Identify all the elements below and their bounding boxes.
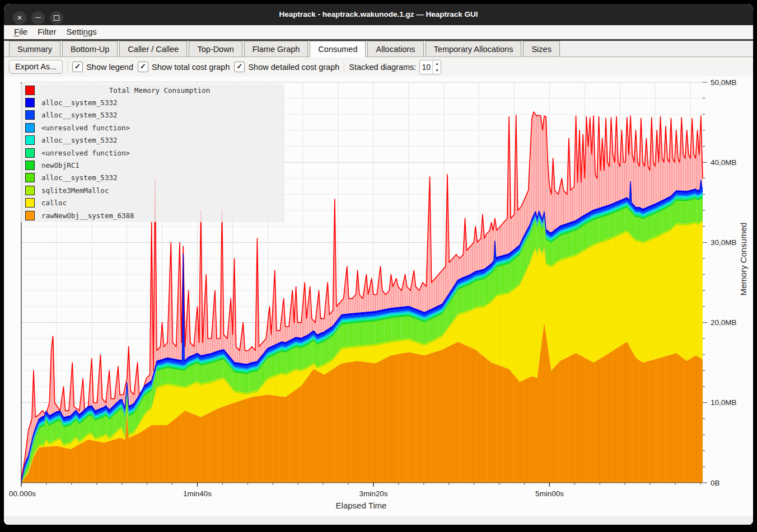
tab-top-down[interactable]: Top-Down bbox=[189, 41, 242, 57]
svg-text:0B: 0B bbox=[711, 479, 720, 487]
checkbox-show-total-cost-graph[interactable]: ✓Show total cost graph bbox=[138, 62, 230, 72]
legend-label: sqlite3MemMalloc bbox=[41, 186, 109, 195]
svg-text:50,0MB: 50,0MB bbox=[711, 78, 737, 87]
checkbox-box[interactable]: ✓ bbox=[138, 62, 148, 72]
tab-caller-callee[interactable]: Caller / Callee bbox=[119, 41, 187, 57]
legend-item: alloc__system_5332 bbox=[21, 172, 284, 184]
checkbox-show-detailed-cost-graph[interactable]: ✓Show detailed cost graph bbox=[234, 62, 339, 72]
chart-legend: Total Memory Consumptionalloc__system_53… bbox=[21, 84, 284, 222]
tab-flame-graph[interactable]: Flame Graph bbox=[244, 41, 309, 57]
tab-temporary-allocations[interactable]: Temporary Allocations bbox=[426, 41, 522, 57]
export-as-button[interactable]: Export As... bbox=[9, 60, 63, 74]
x-axis-title: Elapsed Time bbox=[4, 501, 718, 510]
legend-title-row: Total Memory Consumption bbox=[21, 84, 284, 96]
y-axis-title: Memory Consumed bbox=[739, 280, 748, 296]
legend-swatch-icon bbox=[25, 148, 35, 158]
svg-text:10,0MB: 10,0MB bbox=[711, 398, 737, 407]
legend-item: <unresolved function> bbox=[21, 147, 284, 159]
legend-swatch-icon bbox=[25, 110, 35, 120]
checkbox-box[interactable]: ✓ bbox=[234, 62, 245, 72]
spinner-down-icon[interactable]: ▼ bbox=[433, 67, 441, 74]
checkbox-label: Show legend bbox=[86, 63, 133, 72]
memory-consumption-chart[interactable]: 00.000s1min40s3min20s5min00s0B10,0MB20,0… bbox=[4, 77, 753, 516]
checkbox-box[interactable]: ✓ bbox=[72, 62, 83, 72]
svg-text:5min00s: 5min00s bbox=[535, 489, 564, 498]
heaptrack-window: ✕ Heaptrack - heaptrack.wakunode.1.gz — … bbox=[4, 4, 753, 525]
tab-summary[interactable]: Summary bbox=[9, 41, 60, 57]
legend-swatch-icon bbox=[25, 161, 35, 170]
legend-item: rawNewObj__system_6388 bbox=[21, 209, 284, 222]
spinner-up-icon[interactable]: ▲ bbox=[433, 60, 441, 67]
window-footer bbox=[4, 516, 753, 525]
legend-label: <unresolved function> bbox=[41, 124, 130, 132]
svg-text:1min40s: 1min40s bbox=[183, 489, 212, 498]
checkbox-label: Show detailed cost graph bbox=[248, 63, 339, 72]
checkbox-label: Show total cost graph bbox=[152, 63, 230, 72]
toolbar-separator bbox=[344, 61, 344, 73]
legend-item: alloc__system_5332 bbox=[21, 134, 284, 147]
svg-text:3min20s: 3min20s bbox=[359, 489, 387, 498]
tab-sizes[interactable]: Sizes bbox=[523, 41, 559, 57]
legend-label: <unresolved function> bbox=[41, 149, 130, 157]
tab-bar: SummaryBottom-UpCaller / CalleeTop-DownF… bbox=[4, 39, 753, 57]
menu-filter[interactable]: Filter bbox=[32, 25, 61, 39]
legend-label: alloc__system_5332 bbox=[41, 173, 117, 182]
tab-allocations[interactable]: Allocations bbox=[367, 41, 423, 57]
legend-swatch-icon bbox=[25, 173, 35, 182]
legend-label: alloc__system_5332 bbox=[41, 111, 117, 119]
legend-swatch-icon bbox=[25, 86, 35, 95]
menu-file[interactable]: File bbox=[9, 25, 32, 39]
svg-text:40,0MB: 40,0MB bbox=[711, 158, 737, 167]
menu-settings[interactable]: Settings bbox=[62, 25, 102, 39]
legend-swatch-icon bbox=[25, 198, 35, 208]
titlebar: ✕ Heaptrack - heaptrack.wakunode.1.gz — … bbox=[4, 4, 753, 25]
toolbar-separator bbox=[67, 61, 68, 73]
legend-label: newObjRC1 bbox=[41, 161, 80, 170]
legend-item: sqlite3MemMalloc bbox=[21, 184, 284, 196]
svg-text:00.000s: 00.000s bbox=[9, 489, 36, 498]
tab-bottom-up[interactable]: Bottom-Up bbox=[62, 41, 118, 57]
legend-item: calloc bbox=[21, 197, 284, 209]
legend-item: alloc__system_5332 bbox=[21, 109, 284, 121]
legend-swatch-icon bbox=[25, 135, 35, 145]
window-title: Heaptrack - heaptrack.wakunode.1.gz — He… bbox=[4, 4, 753, 25]
stacked-diagrams-value[interactable]: 10 bbox=[420, 60, 432, 74]
legend-swatch-icon bbox=[25, 186, 35, 195]
svg-text:30,0MB: 30,0MB bbox=[711, 238, 737, 247]
stacked-diagrams-label: Stacked diagrams: bbox=[349, 63, 416, 72]
legend-label: rawNewObj__system_6388 bbox=[41, 211, 134, 220]
legend-swatch-icon bbox=[25, 98, 35, 107]
svg-text:20,0MB: 20,0MB bbox=[711, 318, 737, 327]
legend-item: alloc__system_5332 bbox=[21, 96, 284, 109]
legend-swatch-icon bbox=[25, 211, 35, 220]
legend-label: Total Memory Consumption bbox=[35, 86, 284, 95]
legend-label: alloc__system_5332 bbox=[41, 98, 117, 107]
legend-swatch-icon bbox=[25, 123, 35, 133]
stacked-diagrams-spinner[interactable]: 10 ▲ ▼ bbox=[419, 60, 441, 74]
menubar: FileFilterSettings bbox=[4, 25, 753, 39]
toolbar: Export As... ✓Show legend✓Show total cos… bbox=[4, 57, 753, 77]
legend-label: alloc__system_5332 bbox=[41, 136, 117, 144]
legend-label: calloc bbox=[41, 199, 67, 207]
tab-consumed[interactable]: Consumed bbox=[310, 41, 366, 57]
legend-item: <unresolved function> bbox=[21, 121, 284, 134]
checkbox-show-legend[interactable]: ✓Show legend bbox=[72, 62, 133, 72]
legend-item: newObjRC1 bbox=[21, 159, 284, 171]
